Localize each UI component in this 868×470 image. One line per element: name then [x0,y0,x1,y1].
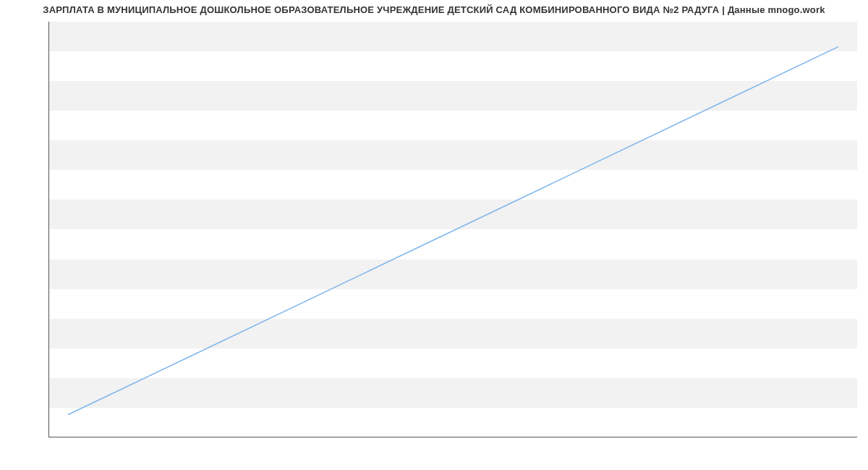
x-tick-label: 2024 [830,437,847,437]
data-line [49,22,857,437]
x-tick-label: 2022 [59,437,77,437]
chart-title: ЗАРПЛАТА В МУНИЦИПАЛЬНОЕ ДОШКОЛЬНОЕ ОБРА… [0,4,868,15]
plot-area: 1800020000220002400026000280003000032000… [48,22,857,437]
